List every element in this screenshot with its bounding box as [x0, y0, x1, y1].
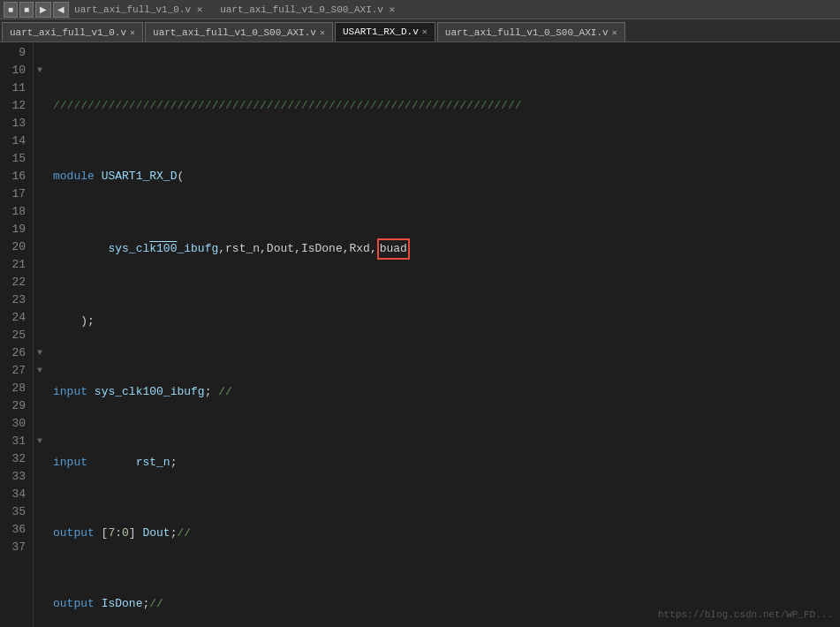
toolbar-btn-3[interactable]: ▶: [35, 2, 51, 18]
highlight-buad-top: buad: [377, 238, 410, 260]
code-line-12: );: [46, 313, 840, 330]
tab-close-3[interactable]: ✕: [422, 26, 428, 37]
tab-close-2[interactable]: ✕: [320, 27, 325, 38]
fold-gutter: ▼ ▼ ▼ ▼: [34, 42, 46, 627]
code-content[interactable]: ////////////////////////////////////////…: [46, 42, 840, 627]
tab-uart3[interactable]: uart_axi_full_v1_0_S00_AXI.v ✕: [437, 22, 625, 42]
tab-label: uart_axi_full_v1_0_S00_AXI.v: [153, 27, 316, 38]
tabbar: uart_axi_full_v1_0.v ✕ uart_axi_full_v1_…: [0, 19, 840, 42]
toolbar-btn-4[interactable]: ◀: [53, 2, 69, 18]
tab-label-active: USART1_RX_D.v: [343, 26, 419, 37]
code-line-13: input sys_clk100_ibufg; //: [46, 383, 840, 401]
tab-uart1[interactable]: uart_axi_full_v1_0.v ✕: [2, 22, 143, 42]
code-line-9: ////////////////////////////////////////…: [46, 97, 840, 115]
watermark: https://blog.csdn.net/WP_FD...: [658, 609, 833, 620]
toolbar-btn-file[interactable]: ■: [4, 2, 18, 18]
code-line-10: module USART1_RX_D(: [46, 168, 840, 185]
toolbar-filename: uart_axi_full_v1_0.v ✕ uart_axi_full_v1_…: [74, 4, 395, 15]
tab-close-4[interactable]: ✕: [612, 27, 617, 38]
tab-usart-active[interactable]: USART1_RX_D.v ✕: [335, 22, 435, 42]
toolbar: ■ ■ ▶ ◀ uart_axi_full_v1_0.v ✕ uart_axi_…: [0, 0, 840, 19]
toolbar-btn-2[interactable]: ■: [19, 2, 34, 18]
tab-close[interactable]: ✕: [130, 27, 135, 38]
tab-label: uart_axi_full_v1_0.v: [10, 27, 126, 38]
tab-label-3: uart_axi_full_v1_0_S00_AXI.v: [445, 27, 609, 38]
code-line-11: sys_clk100_ibufg,rst_n,Dout,IsDone,Rxd,b…: [46, 238, 840, 260]
editor: 9 10 11 12 13 14 15 16 17 18 19 20 21 22…: [0, 42, 840, 627]
tab-uart2[interactable]: uart_axi_full_v1_0_S00_AXI.v ✕: [145, 22, 333, 42]
code-line-14: input rst_n;: [46, 454, 840, 472]
code-line-15: output [7:0] Dout;//: [46, 525, 840, 542]
line-numbers: 9 10 11 12 13 14 15 16 17 18 19 20 21 22…: [0, 42, 34, 627]
